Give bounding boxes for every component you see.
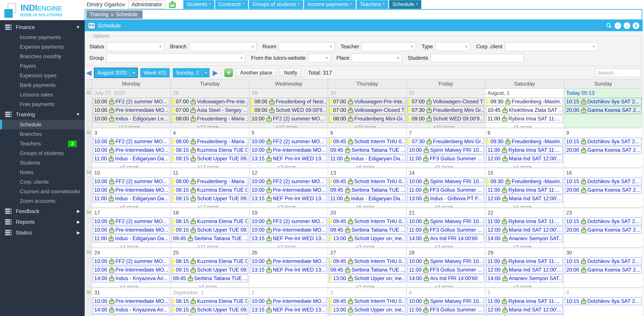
calendar-event[interactable]: 07:30 Freudenberg Mini Gr...	[408, 138, 484, 146]
sidebar-item[interactable]: Expense payments	[0, 42, 85, 52]
tab-close-icon[interactable]: ×	[209, 2, 211, 6]
more-events-link[interactable]: +3 more...	[486, 283, 563, 287]
more-events-link[interactable]: +22 more...	[172, 124, 248, 128]
month-select[interactable]: August 2020 ▼	[94, 68, 137, 78]
calendar-event[interactable]: 13:00 Schott Upper on; ine...	[329, 235, 406, 242]
calendar-event[interactable]: 10:00 Pre-Intermediate MO...	[93, 226, 170, 234]
calendar-event[interactable]: 10:00 FF2 (2) summer MO...	[93, 138, 170, 146]
calendar-event[interactable]: 12:00 Maria Ind SAT 12:00'...	[486, 306, 563, 314]
calendar-event[interactable]: 11:00 Indus - Edigaryan Da...	[329, 155, 406, 162]
calendar-event[interactable]: 10:00 Spirin Matvey FRI 10...	[408, 218, 484, 225]
more-events-link[interactable]: +5 more...	[486, 124, 563, 128]
calendar-event[interactable]: 09:15 Schott Upper TUE 09...	[172, 155, 248, 162]
calendar-event[interactable]: 11:00 Rybina Irina SAT 11:...	[486, 218, 563, 225]
sidebar-section-header[interactable]: Finance ▼	[0, 22, 85, 32]
calendar-event[interactable]: 10:00 Indus - Klimov Alexa...	[172, 314, 248, 316]
calendar-event[interactable]: 07:00 Volkswagen-Closed T...	[408, 98, 484, 106]
calendar-event[interactable]: 09:15 Schott Upper TUE 09...	[172, 306, 248, 314]
calendar-event[interactable]: 13:15 NEF Pre-Int WED 13:...	[250, 235, 327, 242]
more-events-link[interactable]: +2 more...	[329, 283, 406, 287]
more-events-link[interactable]: +10 more...	[408, 124, 484, 128]
calendar-event[interactable]: 09:45 Schott Interm THU 0...	[329, 138, 406, 146]
calendar-event[interactable]: 09:15 Schott Upper TUE 09...	[172, 266, 248, 274]
calendar-event[interactable]: 09:45 Schott Interm THU 0...	[329, 258, 406, 265]
calendar-event[interactable]: 10:00 Pre-Intermediate MO...	[250, 258, 327, 265]
calendar-event[interactable]: 11:00 Rybina Irina SAT 11:...	[486, 298, 563, 305]
calendar-event[interactable]: 10:00 FF2 (2) summer MO...	[250, 115, 327, 122]
more-events-link[interactable]: +6 more...	[329, 203, 406, 207]
students-input[interactable]	[431, 54, 524, 62]
more-events-link[interactable]: +11 more...	[172, 243, 248, 247]
calendar-event[interactable]: 13:15 NEF Pre-Int WED 13:...	[250, 306, 327, 314]
resize-icon[interactable]: ↕	[624, 22, 630, 29]
more-events-link[interactable]: +20 more...	[329, 124, 406, 128]
calendar-event[interactable]: 08:00 Freudenberg Mini-Gr...	[329, 115, 406, 122]
calendar-event[interactable]: 11:00 FF3 Golius Summer ...	[408, 306, 484, 314]
calendar-event[interactable]: 10:45 Khokhlova Zlata SAT ...	[486, 106, 563, 114]
calendar-event[interactable]: 15:15 Bulten Beginner 1 M...	[93, 314, 170, 316]
calendar-event[interactable]: 07:00 Volkswagen-Pre-Inte...	[172, 98, 248, 106]
calendar-event[interactable]: 10:00 FF2 (2) summer MO...	[250, 178, 327, 185]
calendar-event[interactable]: 10:00 Spirin Matvey FRI 10...	[408, 258, 484, 265]
tab[interactable]: Teachers ×	[356, 0, 388, 9]
calendar-event[interactable]: 14:00 Ananiev Semyon SAT...	[486, 314, 563, 316]
calendar-event[interactable]: 10:00 Pre-Intermediate MO...	[250, 186, 327, 194]
calendar-event[interactable]: 09:45 Schott Interm THU 0...	[329, 178, 406, 185]
calendar-event[interactable]: 11:00 Rybina Irina SAT 11:...	[486, 258, 563, 265]
close-icon[interactable]: ✕	[632, 22, 639, 29]
calendar-event[interactable]: 07:00 Volkswagen-Pre-Inte...	[329, 98, 406, 106]
calendar-event[interactable]: 09:45 Serbina Tatiana TUE ...	[329, 226, 406, 234]
tab[interactable]: Students ×	[183, 0, 214, 9]
sidebar-item[interactable]: Branches	[0, 129, 85, 139]
calendar-event[interactable]: 11:00 Indus - Edigaryan Da...	[93, 155, 170, 162]
sidebar-item[interactable]: Bank payments	[0, 80, 85, 90]
sidebar-item[interactable]: Groups of students	[0, 148, 85, 158]
status-select[interactable]: ▼	[106, 42, 164, 51]
calendar-event[interactable]: 11:00 Rybina Irina SAT 11:...	[486, 186, 563, 194]
calendar-event[interactable]: 08:00 Freudenberg - Maria ...	[172, 115, 248, 122]
calendar-event[interactable]: 10:00 Pre-Intermediate MO...	[93, 186, 170, 194]
calendar-event[interactable]: 09:45 Schott Interm THU 0...	[329, 218, 406, 225]
calendar-event[interactable]: 14:00 Ananiev Semyon SAT...	[486, 235, 563, 242]
tab[interactable]: Contracts ×	[215, 0, 248, 9]
add-event-button[interactable]: +	[224, 68, 233, 77]
calendar-event[interactable]: 10:00 FF2 (2) summer MO...	[93, 98, 170, 106]
corp-client-select[interactable]: ▼	[505, 42, 598, 51]
calendar-event[interactable]: 09:45 Schott Interm THU 0...	[329, 298, 406, 305]
calendar-event[interactable]: 08:15 Kuzmina Elena TUE 0...	[172, 258, 248, 265]
calendar-event[interactable]: 20:00 Garina Ksenia SAT 2...	[565, 266, 642, 274]
more-events-link[interactable]: +7 more...	[172, 283, 248, 287]
logout-icon[interactable]	[168, 1, 176, 8]
sidebar-section-header[interactable]: Feedback ▶	[0, 206, 85, 216]
calendar-event[interactable]: 13:15 NEF Pre-Int WED 13:...	[250, 155, 327, 162]
calendar-event[interactable]: 13:00 Schott Upper on; ine...	[329, 274, 406, 282]
calendar-event[interactable]: 10:00 Indus - Edigoryan Le...	[93, 115, 170, 122]
calendar-event[interactable]: 07:00 Volkswagen-Closed T...	[329, 106, 406, 114]
calendar-event[interactable]: 10:15 Dolzhikov Ilya SAT 2...	[565, 98, 642, 106]
calendar-event[interactable]: 20:00 Garina Ksenia SAT 2...	[565, 226, 642, 234]
more-events-link[interactable]: +8 more...	[329, 163, 406, 168]
calendar-event[interactable]: 08:00 Freudenberg - Maria ...	[172, 138, 248, 146]
type-select[interactable]: ▼	[435, 42, 470, 51]
more-events-link[interactable]: +12 more...	[93, 124, 170, 128]
calendar-event[interactable]: 10:15 Dolzhikov Ilya SAT 2...	[565, 258, 642, 265]
sidebar-item[interactable]: Corp. clients	[0, 177, 85, 187]
calendar-event[interactable]: 12:00 Maria Ind SAT 12:00'...	[486, 226, 563, 234]
calendar-event[interactable]: 08:15 Kuzmina Elena TUE 0...	[172, 218, 248, 225]
calendar-event[interactable]: 09:45 Serbina Tatiana TUE ...	[329, 266, 406, 274]
sidebar-section-header[interactable]: Statics ▶	[0, 227, 85, 238]
week-button[interactable]: Week #31	[140, 68, 170, 78]
calendar-event[interactable]: 20:00 Garina Ksenia SAT 2...	[565, 186, 642, 194]
more-events-link[interactable]: +5 more...	[93, 163, 170, 168]
next-month-icon[interactable]: ▶	[213, 69, 218, 76]
calendar-event[interactable]: 10:00 Spirin Matvey FRI 10...	[408, 146, 484, 154]
calendar-event[interactable]: 09:45 Serbina Tatiana TUE ...	[329, 146, 406, 154]
room-select[interactable]: ▼	[279, 42, 335, 51]
tab-close-icon[interactable]: ×	[298, 2, 300, 6]
calendar-event[interactable]: 10:00 FF2 (2) summer MO...	[250, 218, 327, 225]
calendar-event[interactable]: 10:15 Dolzhikov Ilya SAT 2...	[565, 138, 642, 146]
more-events-link[interactable]: +4 more...	[93, 243, 170, 247]
calendar-event[interactable]: 10:00 FF2 (2) summer MO...	[93, 178, 170, 185]
tab-close-icon[interactable]: ×	[350, 2, 352, 6]
calendar-event[interactable]: 11:00 FF3 Golius Summer ...	[408, 226, 484, 234]
